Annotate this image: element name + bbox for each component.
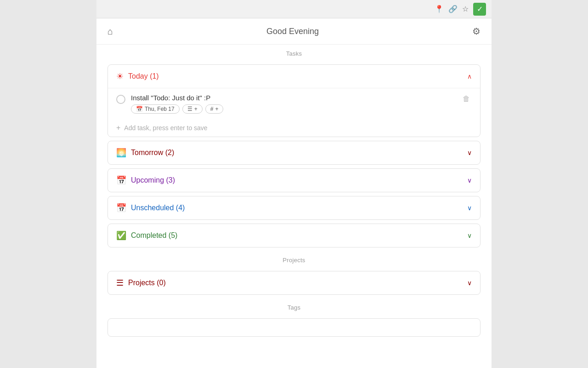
location-icon[interactable]: 📍 xyxy=(435,5,444,13)
tomorrow-group: 🌅 Tomorrow (2) ∨ xyxy=(107,141,481,165)
projects-group-header[interactable]: ☰ Projects (0) ∨ xyxy=(108,271,480,294)
projects-list-icon: ☰ xyxy=(116,278,124,288)
upcoming-calendar-icon: 📅 xyxy=(116,175,126,185)
sunset-icon: 🌅 xyxy=(116,148,126,158)
task-item: Install "Todo: Just do it" :P 📅 Thu, Feb… xyxy=(108,88,480,119)
today-chevron: ∧ xyxy=(467,73,472,80)
upcoming-chevron: ∨ xyxy=(467,177,472,184)
share-icon[interactable]: 🔗 xyxy=(448,5,458,13)
task-hash-tag[interactable]: # + xyxy=(205,104,224,114)
task-title: Install "Todo: Just do it" :P xyxy=(131,94,455,102)
upcoming-group-header[interactable]: 📅 Upcoming (3) ∨ xyxy=(108,169,480,192)
projects-section-label: Projects xyxy=(96,251,492,267)
list-small-icon: ☰ xyxy=(187,106,192,112)
unscheduled-group: 📅 Unscheduled (4) ∨ xyxy=(107,196,481,220)
completed-group: ✅ Completed (5) ∨ xyxy=(107,224,481,247)
projects-title: Projects (0) xyxy=(128,279,166,287)
today-group: ☀ Today (1) ∧ Install "Todo: Just do it"… xyxy=(107,64,481,137)
upcoming-group: 📅 Upcoming (3) ∨ xyxy=(107,168,481,192)
top-nav: ⌂ Good Evening ⚙ xyxy=(96,18,492,45)
tomorrow-title-area: 🌅 Tomorrow (2) xyxy=(116,148,174,158)
settings-icon[interactable]: ⚙ xyxy=(472,26,481,37)
completed-check-icon: ✅ xyxy=(116,230,126,241)
upcoming-title: Upcoming (3) xyxy=(131,176,175,184)
projects-group: ☰ Projects (0) ∨ xyxy=(107,271,481,295)
tomorrow-group-header[interactable]: 🌅 Tomorrow (2) ∨ xyxy=(108,141,480,164)
hash-small-icon: # xyxy=(210,106,214,112)
unscheduled-calendar-icon: 📅 xyxy=(116,203,126,213)
today-title: Today (1) xyxy=(128,72,159,80)
unscheduled-title: Unscheduled (4) xyxy=(131,204,185,212)
unscheduled-group-header[interactable]: 📅 Unscheduled (4) ∨ xyxy=(108,196,480,219)
completed-group-header[interactable]: ✅ Completed (5) ∨ xyxy=(108,224,480,247)
app-favicon: ✓ xyxy=(473,3,486,16)
page-content: ⌂ Good Evening ⚙ Tasks ☀ Today (1) ∧ Ins… xyxy=(96,18,492,368)
task-meta: 📅 Thu, Feb 17 ☰ + # + xyxy=(131,104,455,114)
tomorrow-title: Tomorrow (2) xyxy=(131,149,174,157)
task-checkbox[interactable] xyxy=(116,95,125,104)
greeting: Good Evening xyxy=(266,27,319,36)
tags-group xyxy=(107,318,481,337)
task-date-pill[interactable]: 📅 Thu, Feb 17 xyxy=(131,104,180,114)
projects-title-area: ☰ Projects (0) xyxy=(116,278,166,288)
tasks-section-label: Tasks xyxy=(96,45,492,61)
task-content: Install "Todo: Just do it" :P 📅 Thu, Feb… xyxy=(131,94,455,114)
task-delete-button[interactable]: 🗑 xyxy=(461,94,472,104)
projects-chevron: ∨ xyxy=(467,279,472,287)
task-list-tag[interactable]: ☰ + xyxy=(182,104,203,114)
home-icon[interactable]: ⌂ xyxy=(107,26,113,37)
unscheduled-title-area: 📅 Unscheduled (4) xyxy=(116,203,185,213)
task-date: Thu, Feb 17 xyxy=(145,106,175,112)
completed-chevron: ∨ xyxy=(467,232,472,239)
add-task-placeholder: Add task, press enter to save xyxy=(124,124,207,132)
completed-title: Completed (5) xyxy=(131,231,177,240)
add-task-plus-icon: + xyxy=(116,124,120,132)
completed-title-area: ✅ Completed (5) xyxy=(116,230,177,241)
browser-toolbar: 📍 🔗 ☆ ✓ xyxy=(96,0,492,18)
today-title-area: ☀ Today (1) xyxy=(116,71,159,81)
add-task-row[interactable]: + Add task, press enter to save xyxy=(108,119,480,137)
sun-icon: ☀ xyxy=(116,71,124,81)
tags-section-label: Tags xyxy=(96,299,492,315)
today-group-header[interactable]: ☀ Today (1) ∧ xyxy=(108,65,480,88)
list-tag-plus: + xyxy=(194,106,198,112)
unscheduled-chevron: ∨ xyxy=(467,204,472,212)
star-icon[interactable]: ☆ xyxy=(462,5,469,13)
hash-tag-plus: + xyxy=(215,106,218,112)
calendar-small-icon: 📅 xyxy=(136,106,143,112)
tomorrow-chevron: ∨ xyxy=(467,149,472,156)
upcoming-title-area: 📅 Upcoming (3) xyxy=(116,175,175,185)
